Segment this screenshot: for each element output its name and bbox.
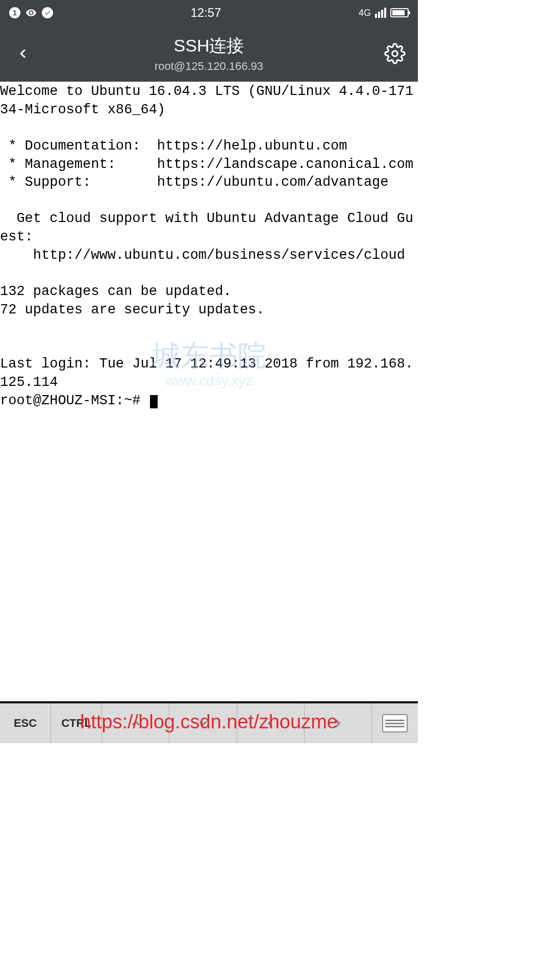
- status-right: 4G: [359, 8, 409, 18]
- battery-icon: [390, 8, 409, 17]
- terminal-line: Welcome to Ubuntu 16.04.3 LTS (GNU/Linux…: [0, 84, 413, 117]
- settings-button[interactable]: [382, 43, 408, 64]
- watermark-sub: www.cdsy.xyz: [152, 372, 266, 390]
- cursor: [150, 395, 158, 408]
- header-center: SSH连接 root@125.120.166.93: [36, 34, 382, 73]
- terminal-line: * Support: https://ubuntu.com/advantage: [0, 175, 389, 190]
- back-button[interactable]: [10, 42, 36, 65]
- arrow-left-key[interactable]: [237, 703, 305, 743]
- keyboard-icon: [382, 714, 408, 732]
- status-bar: 1 12:57 4G: [0, 0, 418, 26]
- gear-icon: [384, 43, 406, 64]
- terminal-line: * Management: https://landscape.canonica…: [0, 157, 413, 172]
- signal-icon: [375, 8, 386, 18]
- page-title: SSH连接: [174, 34, 244, 58]
- status-left: 1: [9, 7, 53, 18]
- app-header: SSH连接 root@125.120.166.93: [0, 26, 418, 82]
- terminal-line: http://www.ubuntu.com/business/services/…: [0, 248, 405, 263]
- keyboard-toggle-button[interactable]: [372, 703, 418, 743]
- check-circle-icon: [42, 7, 53, 18]
- notification-badge-icon: 1: [9, 7, 20, 18]
- terminal-line: Last login: Tue Jul 17 12:49:13 2018 fro…: [0, 356, 413, 390]
- page-subtitle: root@125.120.166.93: [155, 60, 263, 73]
- chevron-left-icon: [264, 717, 277, 730]
- terminal-line: Get cloud support with Ubuntu Advantage …: [0, 211, 413, 244]
- chevron-left-icon: [15, 42, 31, 65]
- arrow-right-key[interactable]: [305, 703, 372, 743]
- chevron-down-icon: [196, 717, 210, 730]
- terminal-output[interactable]: Welcome to Ubuntu 16.04.3 LTS (GNU/Linux…: [0, 82, 418, 701]
- esc-key[interactable]: ESC: [0, 703, 51, 743]
- ctrl-key[interactable]: CTRL: [51, 703, 102, 743]
- chevron-right-icon: [331, 717, 344, 730]
- terminal-prompt: root@ZHOUZ-MSI:~#: [0, 393, 149, 408]
- status-time: 12:57: [53, 6, 359, 20]
- arrow-down-key[interactable]: [169, 703, 237, 743]
- eye-icon: [26, 7, 37, 18]
- chevron-up-icon: [129, 717, 142, 730]
- terminal-line: 132 packages can be updated.: [0, 284, 232, 299]
- arrow-up-key[interactable]: [102, 703, 169, 743]
- network-label: 4G: [359, 8, 371, 18]
- terminal-line: 72 updates are security updates.: [0, 302, 264, 317]
- bottom-key-bar: ESC CTRL: [0, 701, 418, 743]
- terminal-line: * Documentation: https://help.ubuntu.com: [0, 138, 347, 154]
- svg-point-0: [392, 51, 398, 57]
